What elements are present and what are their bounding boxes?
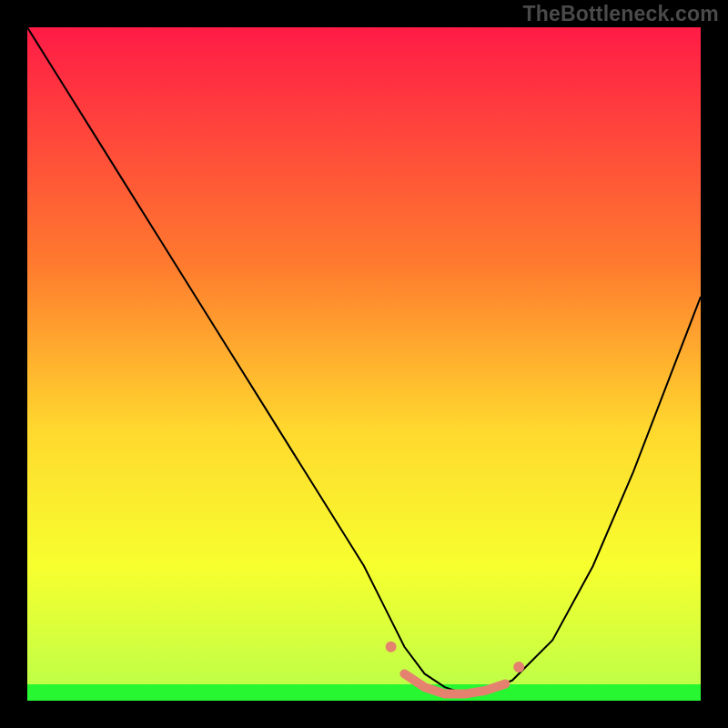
gradient-background <box>27 27 701 701</box>
chart-frame: TheBottleneck.com <box>0 0 728 728</box>
right-marker <box>513 662 524 672</box>
plot-area <box>27 27 701 701</box>
watermark-text: TheBottleneck.com <box>522 2 719 26</box>
left-marker <box>386 642 397 652</box>
bottleneck-chart <box>27 27 701 701</box>
green-baseline-band <box>27 684 701 701</box>
